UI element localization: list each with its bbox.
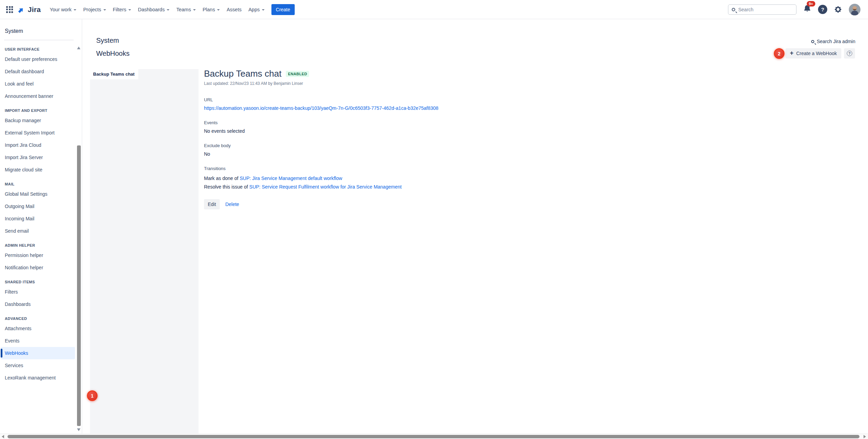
workflow-link[interactable]: SUP: Jira Service Management default wor…	[240, 176, 342, 181]
jira-logo-icon	[17, 5, 26, 14]
sidebar-scrollbar	[77, 19, 81, 434]
global-search[interactable]	[728, 4, 796, 15]
workflow-link[interactable]: SUP: Service Request Fulfilment workflow…	[249, 184, 401, 190]
sidebar-item-events[interactable]: Events	[0, 335, 82, 347]
sidebar-section-import-export: IMPORT AND EXPORT	[0, 102, 82, 114]
sidebar-item-migrate-cloud-site[interactable]: Migrate cloud site	[0, 164, 82, 176]
sidebar-title: System	[0, 19, 82, 40]
app-switcher-icon[interactable]	[6, 6, 13, 13]
sidebar-section-admin-helper: ADMIN HELPER	[0, 237, 82, 249]
primary-nav: Your work Projects Filters Dashboards Te…	[46, 4, 268, 15]
search-icon	[732, 8, 735, 11]
chevron-down-icon	[103, 9, 106, 11]
webhook-list-panel: Backup Teams chat	[90, 69, 199, 434]
sidebar-item-incoming-mail[interactable]: Incoming Mail	[0, 212, 82, 225]
nav-assets[interactable]: Assets	[223, 4, 245, 15]
user-avatar[interactable]	[849, 4, 860, 15]
transition-row: Mark as done of SUP: Jira Service Manage…	[204, 174, 700, 183]
create-button[interactable]: Create	[271, 4, 295, 15]
jira-logo-text: Jira	[28, 5, 41, 14]
search-input[interactable]	[738, 7, 790, 12]
sidebar-item-lexorank-management[interactable]: LexoRank management	[0, 372, 82, 384]
topbar-right-group: 9+ ?	[728, 4, 863, 15]
avatar-photo	[849, 4, 860, 15]
chevron-down-icon	[74, 9, 76, 11]
sidebar-section-mail: MAIL	[0, 176, 82, 188]
nav-projects[interactable]: Projects	[80, 4, 109, 15]
chevron-down-icon	[128, 9, 131, 11]
nav-filters[interactable]: Filters	[110, 4, 135, 15]
sidebar-section-shared-items: SHARED ITEMS	[0, 274, 82, 286]
exclude-body-value: No	[204, 151, 700, 157]
sidebar-item-notification-helper[interactable]: Notification helper	[0, 261, 82, 274]
nav-dashboards[interactable]: Dashboards	[135, 4, 173, 15]
webhook-detail: Backup Teams chat ENABLED Last updated: …	[204, 68, 700, 209]
sidebar-item-look-and-feel[interactable]: Look and feel	[0, 78, 82, 90]
create-webhook-button[interactable]: + Create a WebHook	[786, 48, 841, 59]
main-content: System WebHooks Search Jira admin + Crea…	[82, 19, 868, 434]
webhook-tab-backup-teams-chat[interactable]: Backup Teams chat	[90, 69, 138, 79]
status-badge: ENABLED	[286, 71, 309, 77]
horizontal-scrollbar-thumb[interactable]	[8, 435, 859, 438]
edit-button[interactable]: Edit	[204, 199, 220, 209]
horizontal-scrollbar	[0, 434, 868, 439]
help-button[interactable]: ?	[818, 5, 827, 14]
sidebar-item-external-system-import[interactable]: External System Import	[0, 127, 82, 139]
sidebar-item-import-jira-cloud[interactable]: Import Jira Cloud	[0, 139, 82, 151]
scroll-up-arrow-icon[interactable]	[77, 47, 80, 49]
question-mark-icon: ?	[821, 7, 824, 12]
sidebar-item-filters[interactable]: Filters	[0, 286, 82, 298]
sidebar-item-dashboards[interactable]: Dashboards	[0, 298, 82, 310]
delete-link[interactable]: Delete	[225, 202, 239, 207]
search-jira-admin-link[interactable]: Search Jira admin	[811, 39, 855, 44]
chevron-down-icon	[167, 9, 169, 11]
plus-icon: +	[790, 50, 794, 56]
sidebar-item-services[interactable]: Services	[0, 359, 82, 372]
sidebar-item-webhooks[interactable]: WebHooks	[1, 347, 75, 359]
scroll-down-arrow-icon[interactable]	[77, 428, 80, 431]
sidebar-item-default-dashboard[interactable]: Default dashboard	[0, 65, 82, 78]
scroll-left-arrow-icon[interactable]	[2, 435, 4, 438]
nav-apps[interactable]: Apps	[245, 4, 268, 15]
nav-plans[interactable]: Plans	[199, 4, 223, 15]
sidebar-item-permission-helper[interactable]: Permission helper	[0, 249, 82, 261]
sidebar-item-global-mail-settings[interactable]: Global Mail Settings	[0, 188, 82, 200]
page-context: System	[96, 37, 119, 44]
nav-your-work[interactable]: Your work	[46, 4, 80, 15]
sidebar-item-backup-manager[interactable]: Backup manager	[0, 114, 82, 127]
page-title: WebHooks	[96, 50, 129, 57]
webhook-title: Backup Teams chat	[204, 68, 281, 79]
jira-logo[interactable]: Jira	[17, 5, 41, 14]
events-label: Events	[204, 120, 700, 125]
annotation-step-1: 1	[87, 390, 98, 401]
last-updated-text: Last updated: 22/Nov/23 11:43 AM by Benj…	[204, 81, 700, 86]
sidebar-item-default-user-preferences[interactable]: Default user preferences	[0, 53, 82, 65]
sidebar-item-import-jira-server[interactable]: Import Jira Server	[0, 151, 82, 164]
webhook-help-button[interactable]: ?	[844, 48, 855, 59]
scroll-right-arrow-icon[interactable]	[864, 435, 866, 438]
question-mark-circle-icon: ?	[847, 51, 852, 56]
sidebar-section-user-interface: USER INTERFACE	[0, 41, 82, 53]
sidebar-item-attachments[interactable]: Attachments	[0, 322, 82, 335]
chevron-down-icon	[262, 9, 265, 11]
notifications-button[interactable]: 9+	[803, 4, 812, 14]
settings-gear-icon[interactable]	[834, 5, 842, 14]
top-navigation-bar: Jira Your work Projects Filters Dashboar…	[0, 0, 868, 19]
annotation-step-2: 2	[774, 48, 784, 59]
exclude-body-label: Exclude body	[204, 143, 700, 148]
nav-teams[interactable]: Teams	[173, 4, 199, 15]
admin-sidebar: System USER INTERFACE Default user prefe…	[0, 19, 82, 434]
sidebar-item-announcement-banner[interactable]: Announcement banner	[0, 90, 82, 102]
sidebar-item-send-email[interactable]: Send email	[0, 225, 82, 237]
chevron-down-icon	[217, 9, 220, 11]
webhook-url-link[interactable]: https://automation.yasoon.io/create-team…	[204, 105, 438, 111]
sidebar-item-outgoing-mail[interactable]: Outgoing Mail	[0, 200, 82, 212]
sidebar-section-advanced: ADVANCED	[0, 310, 82, 322]
transitions-label: Transitions	[204, 166, 700, 171]
notification-count-badge: 9+	[807, 1, 815, 7]
events-value: No events selected	[204, 128, 700, 134]
search-icon	[811, 40, 814, 43]
sidebar-divider	[4, 40, 74, 40]
sidebar-scrollbar-thumb[interactable]	[77, 145, 81, 426]
url-label: URL	[204, 97, 700, 102]
